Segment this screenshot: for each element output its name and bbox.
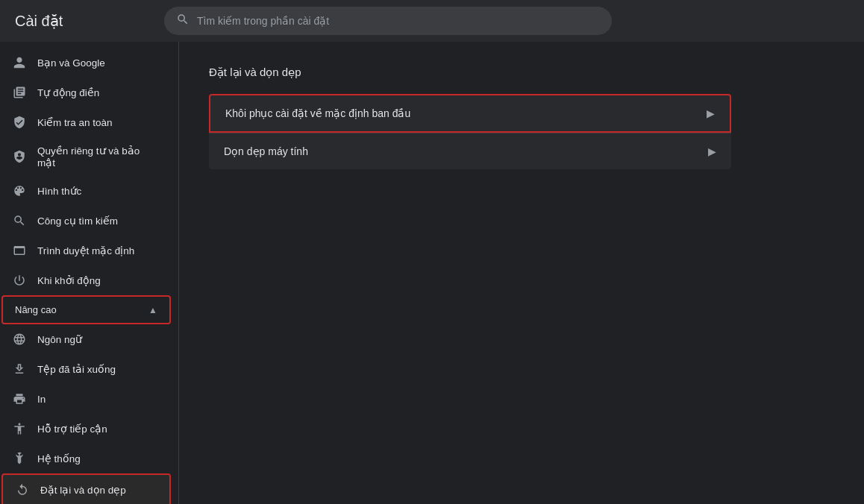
sidebar-item-trinh-duyet-mac-dinh[interactable]: Trình duyệt mặc định <box>0 236 172 265</box>
sidebar-label-ban-va-google: Bạn và Google <box>37 57 105 69</box>
main-content: Đặt lại và dọn dẹp Khôi phục cài đặt về … <box>179 42 864 504</box>
search-bar[interactable]: Tìm kiếm trong phần cài đặt <box>164 7 612 35</box>
sidebar-label-hinh-thuc: Hình thức <box>37 185 81 197</box>
header: Cài đặt Tìm kiếm trong phần cài đặt <box>0 0 864 42</box>
sidebar-item-quyen-rieng-tu[interactable]: Quyền riêng tư và bảo mật <box>0 137 172 176</box>
browser-icon <box>12 243 27 258</box>
body: Bạn và Google Tự động điền Kiểm tra an t… <box>0 42 864 504</box>
sidebar-label-tu-dong-dien: Tự động điền <box>37 86 99 98</box>
sidebar-label-tep-da-tai-xuong: Tệp đã tải xuống <box>37 363 116 375</box>
settings-list: Khôi phục cài đặt về mặc định ban đầu ▶ … <box>209 94 731 169</box>
shield-icon <box>12 115 27 130</box>
sidebar-label-quyen-rieng-tu: Quyền riêng tư và bảo mật <box>37 145 160 168</box>
settings-item-khoi-phuc[interactable]: Khôi phục cài đặt về mặc định ban đầu ▶ <box>209 94 731 133</box>
sidebar-item-kiem-tra-an-toan[interactable]: Kiểm tra an toàn <box>0 107 172 137</box>
search-sidebar-icon <box>12 213 27 228</box>
chevron-right-icon-don-dep: ▶ <box>708 145 716 157</box>
sidebar-label-kiem-tra-an-toan: Kiểm tra an toàn <box>37 116 113 128</box>
search-placeholder: Tìm kiếm trong phần cài đặt <box>197 15 329 27</box>
sidebar-item-he-thong[interactable]: Hệ thống <box>0 444 172 473</box>
sidebar-label-ho-tro-tiep-can: Hỗ trợ tiếp cận <box>37 423 107 435</box>
sidebar-label-cong-cu-tim-kiem: Công cụ tìm kiếm <box>37 215 118 227</box>
sidebar-item-dat-lai-va-don-dep[interactable]: Đặt lại và dọn dẹp <box>1 473 171 504</box>
sidebar-item-ho-tro-tiep-can[interactable]: Hỗ trợ tiếp cận <box>0 414 172 444</box>
sidebar-item-in[interactable]: In <box>0 384 172 414</box>
sidebar-label-trinh-duyet-mac-dinh: Trình duyệt mặc định <box>37 245 134 256</box>
sidebar-label-ngon-ngu: Ngôn ngữ <box>37 333 82 345</box>
sidebar-item-ngon-ngu[interactable]: Ngôn ngữ <box>0 324 172 354</box>
sidebar-label-in: In <box>37 394 46 405</box>
settings-item-khoi-phuc-label: Khôi phục cài đặt về mặc định ban đầu <box>225 107 707 119</box>
download-icon <box>12 362 27 377</box>
section-nang-cao-label: Nâng cao <box>15 304 57 315</box>
sidebar-label-khi-khoi-dong: Khi khởi động <box>37 274 101 286</box>
wrench-icon <box>12 451 27 466</box>
sidebar: Bạn và Google Tự động điền Kiểm tra an t… <box>0 42 179 504</box>
chevron-right-icon-khoi-phuc: ▶ <box>707 107 715 119</box>
main-section-title: Đặt lại và dọn dẹp <box>209 66 834 79</box>
sidebar-label-dat-lai-va-don-dep: Đặt lại và dọn dẹp <box>40 484 126 496</box>
globe-icon <box>12 332 27 347</box>
sidebar-item-ban-va-google[interactable]: Bạn và Google <box>0 48 172 78</box>
accessibility-icon <box>12 421 27 436</box>
autofill-icon <box>12 85 27 100</box>
sidebar-item-cong-cu-tim-kiem[interactable]: Công cụ tìm kiếm <box>0 206 172 236</box>
print-icon <box>12 391 27 406</box>
settings-item-don-dep-label: Dọn dẹp máy tính <box>224 145 708 157</box>
shield-check-icon <box>12 149 27 164</box>
person-icon <box>12 55 27 70</box>
sidebar-item-tep-da-tai-xuong[interactable]: Tệp đã tải xuống <box>0 354 172 384</box>
palette-icon <box>12 183 27 198</box>
search-icon <box>176 13 190 29</box>
chevron-up-icon: ▲ <box>148 305 157 315</box>
section-nang-cao[interactable]: Nâng cao ▲ <box>1 295 171 324</box>
page-title: Cài đặt <box>15 12 149 30</box>
sidebar-item-khi-khoi-dong[interactable]: Khi khởi động <box>0 265 172 295</box>
settings-item-don-dep[interactable]: Dọn dẹp máy tính ▶ <box>209 133 731 169</box>
reset-icon <box>15 482 30 497</box>
sidebar-item-tu-dong-dien[interactable]: Tự động điền <box>0 78 172 107</box>
sidebar-item-hinh-thuc[interactable]: Hình thức <box>0 176 172 206</box>
sidebar-label-he-thong: Hệ thống <box>37 453 81 464</box>
power-icon <box>12 273 27 288</box>
